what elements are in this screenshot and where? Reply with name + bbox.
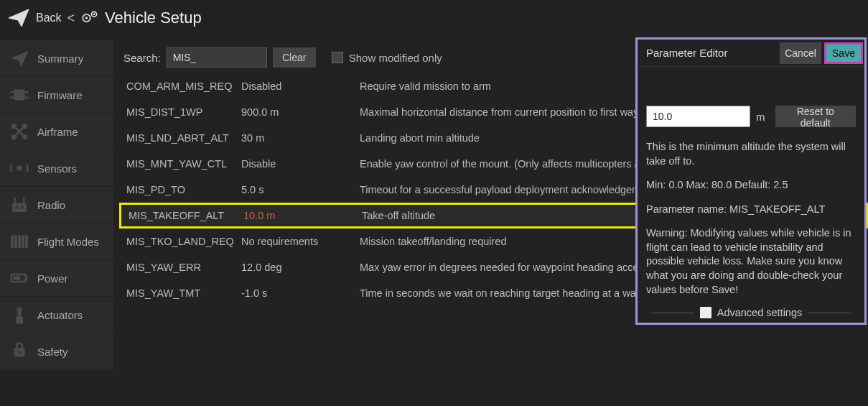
editor-header: Parameter Editor Cancel Save: [638, 40, 864, 67]
show-modified-label: Show modified only: [349, 52, 442, 64]
param-name: MIS_YAW_ERR: [126, 262, 241, 273]
sidebar-item-label: Sensors: [37, 162, 77, 175]
param-value: No requirements: [241, 236, 360, 247]
param-value: Disable: [241, 158, 360, 170]
actuators-icon: [9, 304, 30, 326]
sidebar-item-airframe[interactable]: Airframe: [0, 114, 113, 149]
chevron-left-icon: <: [67, 11, 75, 26]
svg-rect-25: [17, 308, 22, 310]
cancel-button[interactable]: Cancel: [780, 42, 821, 64]
param-name: MIS_LND_ABRT_ALT: [126, 132, 241, 144]
value-input[interactable]: [646, 106, 750, 127]
param-value: 5.0 s: [241, 184, 360, 195]
sidebar-item-safety[interactable]: Safety: [0, 333, 113, 369]
sidebar-item-label: Radio: [37, 199, 65, 211]
summary-icon: [9, 47, 30, 69]
sidebar-item-radio[interactable]: Radio: [0, 187, 113, 223]
param-name: COM_ARM_MIS_REQ: [126, 80, 241, 92]
sidebar-item-label: Actuators: [37, 309, 83, 321]
sidebar-item-power[interactable]: Power: [0, 260, 113, 296]
safety-icon: [9, 341, 30, 362]
param-name: MIS_PD_TO: [126, 184, 241, 195]
editor-description: This is the minimum altitude the system …: [646, 140, 856, 168]
show-modified-checkbox[interactable]: [332, 52, 343, 63]
unit-label: m: [756, 111, 765, 123]
flight-modes-icon: [9, 231, 30, 252]
sidebar-item-label: Summary: [37, 52, 83, 65]
param-value: 10.0 m: [243, 210, 362, 221]
svg-rect-23: [13, 277, 20, 280]
advanced-row: Advanced settings: [646, 307, 856, 318]
svg-point-3: [93, 13, 95, 15]
param-value: 12.0 deg: [241, 262, 360, 273]
svg-point-15: [17, 165, 22, 171]
sidebar-item-label: Firmware: [37, 89, 83, 101]
svg-point-18: [20, 206, 24, 209]
advanced-checkbox[interactable]: [700, 307, 711, 318]
sidebar-item-label: Airframe: [37, 126, 78, 138]
sidebar-item-summary[interactable]: Summary: [0, 40, 113, 76]
svg-rect-24: [16, 317, 23, 324]
svg-rect-16: [12, 203, 27, 213]
sidebar-item-actuators[interactable]: Actuators: [0, 297, 113, 333]
svg-point-1: [85, 17, 88, 19]
editor-range: Min: 0.0 Max: 80.0 Default: 2.5: [646, 178, 856, 193]
editor-param-name: Parameter name: MIS_TAKEOFF_ALT: [646, 203, 856, 217]
save-button[interactable]: Save: [824, 42, 863, 64]
param-value: 30 m: [241, 132, 360, 144]
param-name: MIS_TKO_LAND_REQ: [126, 236, 241, 247]
editor-warning: Warning: Modifying values while vehicle …: [646, 226, 856, 297]
svg-rect-22: [26, 277, 28, 280]
back-button[interactable]: Back: [36, 11, 62, 24]
param-name: MIS_TAKEOFF_ALT: [129, 210, 243, 221]
svg-point-17: [15, 206, 19, 209]
clear-button[interactable]: Clear: [273, 47, 316, 68]
airframe-icon: [9, 121, 30, 142]
param-value: Disabled: [241, 80, 360, 92]
sidebar-item-sensors[interactable]: Sensors: [0, 150, 113, 186]
power-icon: [9, 267, 30, 289]
sidebar-item-label: Power: [37, 272, 68, 285]
firmware-icon: [9, 84, 30, 106]
advanced-label: Advanced settings: [717, 307, 803, 318]
search-input[interactable]: [167, 47, 267, 68]
svg-rect-4: [14, 90, 25, 101]
param-value: 900.0 m: [241, 106, 360, 118]
page-title: Vehicle Setup: [105, 9, 202, 27]
param-name: MIS_MNT_YAW_CTL: [126, 158, 241, 170]
search-label: Search:: [123, 52, 161, 64]
sidebar-item-flight-modes[interactable]: Flight Modes: [0, 223, 113, 259]
gears-icon: [79, 8, 99, 28]
radio-icon: [9, 194, 30, 216]
reset-button[interactable]: Reset to default: [775, 106, 857, 127]
paper-plane-icon[interactable]: [7, 6, 30, 29]
sensors-icon: [9, 157, 30, 179]
top-bar: Back < Vehicle Setup: [0, 0, 868, 36]
sidebar: Summary Firmware Airframe Sensors Radio …: [0, 36, 113, 406]
sidebar-item-label: Safety: [37, 346, 68, 358]
parameter-editor-panel: Parameter Editor Cancel Save m Reset to …: [635, 37, 867, 325]
param-name: MIS_DIST_1WP: [126, 106, 241, 118]
sidebar-item-firmware[interactable]: Firmware: [0, 77, 113, 113]
sidebar-item-label: Flight Modes: [37, 236, 99, 248]
param-name: MIS_YAW_TMT: [126, 287, 241, 299]
param-value: -1.0 s: [241, 287, 360, 299]
editor-title: Parameter Editor: [646, 47, 727, 59]
